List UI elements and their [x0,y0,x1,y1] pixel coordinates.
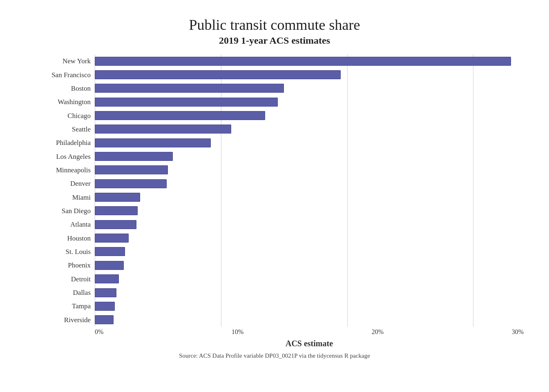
bar-row [95,97,524,107]
x-tick: 0% [95,328,103,336]
bar-row [95,56,524,67]
y-label: Philadelphia [25,139,91,146]
bar [95,84,284,93]
y-label: San Diego [25,207,91,214]
bar [95,138,211,147]
grid-lines [95,54,524,327]
bar [95,220,136,229]
bar-row [95,314,524,325]
bar [95,98,278,107]
x-axis-label: ACS estimate [95,339,524,348]
bar-row [95,165,524,175]
y-label: New York [25,58,91,65]
y-label: Seattle [25,126,91,133]
y-label: Riverside [25,316,91,323]
bar-row [95,260,524,271]
y-label: Phoenix [25,262,91,269]
chart-body: New YorkSan FranciscoBostonWashingtonChi… [25,54,524,348]
y-labels: New YorkSan FranciscoBostonWashingtonChi… [25,54,95,327]
bar-row [95,274,524,284]
y-label: Tampa [25,303,91,310]
y-label: Atlanta [25,221,91,228]
y-label: Chicago [25,112,91,119]
bar-row [95,69,524,80]
source-text: Source: ACS Data Profile variable DP03_0… [25,352,524,359]
y-label: Washington [25,98,91,105]
bar-row [95,287,524,298]
y-label: Houston [25,235,91,242]
bar-row [95,178,524,189]
y-label: Los Angeles [25,153,91,160]
bar [95,57,511,66]
y-label: Minneapolis [25,167,91,174]
bar-row [95,151,524,162]
y-label: Boston [25,85,91,92]
bar-row [95,138,524,148]
bar-row [95,301,524,312]
x-tick: 30% [512,328,524,336]
bar [95,234,129,243]
bar [95,125,231,134]
y-label: San Francisco [25,71,91,78]
bar-row [95,233,524,243]
y-label: Dallas [25,289,91,296]
bar [95,206,138,215]
bar-row [95,83,524,94]
plot-area: New YorkSan FranciscoBostonWashingtonChi… [25,54,524,327]
chart-title: Public transit commute share [25,16,524,33]
grid-line [95,54,95,327]
bar [95,274,119,283]
y-label: Detroit [25,276,91,283]
bar-row [95,205,524,216]
y-label: Miami [25,194,91,201]
grid-line [221,54,221,327]
x-axis-area: 0%10%20%30% ACS estimate [95,327,524,348]
bar [95,247,125,256]
bars-area [95,54,524,327]
x-tick: 20% [372,328,384,336]
bar [95,302,115,311]
x-tick: 10% [232,328,243,336]
bar-row [95,124,524,134]
bar [95,179,167,188]
chart-container: Public transit commute share 2019 1-year… [9,8,540,384]
bar [95,70,341,79]
y-label: St. Louis [25,248,91,255]
bar [95,152,173,161]
bar-row [95,219,524,230]
y-label: Denver [25,180,91,187]
x-ticks: 0%10%20%30% [95,327,524,336]
chart-subtitle: 2019 1-year ACS estimates [25,35,524,46]
bar [95,193,140,202]
bar [95,165,168,174]
bar [95,315,114,324]
bar-row [95,192,524,203]
bar-row [95,246,524,257]
bar [95,111,265,120]
bar [95,261,124,270]
bar [95,288,116,297]
grid-line [347,54,348,327]
bar-row [95,110,524,121]
grid-line [473,54,473,327]
